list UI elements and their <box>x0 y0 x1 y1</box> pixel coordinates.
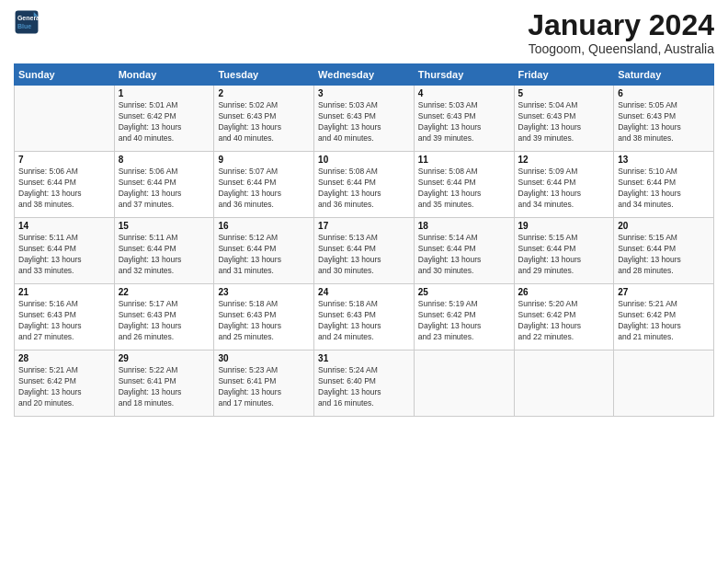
weekday-header-row: SundayMondayTuesdayWednesdayThursdayFrid… <box>15 64 714 86</box>
calendar-table: SundayMondayTuesdayWednesdayThursdayFrid… <box>14 63 714 417</box>
cell-content: Sunrise: 5:02 AM Sunset: 6:43 PM Dayligh… <box>218 100 310 144</box>
day-number: 22 <box>119 287 210 297</box>
cell-content: Sunrise: 5:17 AM Sunset: 6:43 PM Dayligh… <box>119 299 210 343</box>
page: General Blue January 2024 Toogoom, Queen… <box>0 0 728 563</box>
calendar-cell <box>15 86 115 152</box>
calendar-cell: 28Sunrise: 5:21 AM Sunset: 6:42 PM Dayli… <box>15 350 115 417</box>
cell-content: Sunrise: 5:06 AM Sunset: 6:44 PM Dayligh… <box>18 167 110 211</box>
cell-content: Sunrise: 5:24 AM Sunset: 6:40 PM Dayligh… <box>318 365 410 409</box>
calendar-cell: 23Sunrise: 5:18 AM Sunset: 6:43 PM Dayli… <box>214 284 314 350</box>
calendar-cell: 6Sunrise: 5:05 AM Sunset: 6:43 PM Daylig… <box>614 86 714 152</box>
calendar-cell: 26Sunrise: 5:20 AM Sunset: 6:42 PM Dayli… <box>514 284 614 350</box>
calendar-cell: 21Sunrise: 5:16 AM Sunset: 6:43 PM Dayli… <box>15 284 115 350</box>
day-number: 8 <box>119 155 210 165</box>
cell-content: Sunrise: 5:08 AM Sunset: 6:44 PM Dayligh… <box>318 167 410 211</box>
cell-content: Sunrise: 5:18 AM Sunset: 6:43 PM Dayligh… <box>218 299 310 343</box>
calendar-cell: 20Sunrise: 5:15 AM Sunset: 6:44 PM Dayli… <box>614 218 714 284</box>
day-number: 30 <box>218 353 310 363</box>
day-number: 9 <box>218 155 310 165</box>
cell-content: Sunrise: 5:08 AM Sunset: 6:44 PM Dayligh… <box>418 167 510 211</box>
cell-content: Sunrise: 5:09 AM Sunset: 6:44 PM Dayligh… <box>518 167 610 211</box>
day-number: 11 <box>418 155 510 165</box>
calendar-cell: 5Sunrise: 5:04 AM Sunset: 6:43 PM Daylig… <box>514 86 614 152</box>
day-number: 10 <box>318 155 410 165</box>
cell-content: Sunrise: 5:11 AM Sunset: 6:44 PM Dayligh… <box>18 233 110 277</box>
cell-content: Sunrise: 5:16 AM Sunset: 6:43 PM Dayligh… <box>18 299 110 343</box>
weekday-header-thursday: Thursday <box>414 64 514 86</box>
calendar-cell: 9Sunrise: 5:07 AM Sunset: 6:44 PM Daylig… <box>214 152 314 218</box>
calendar-cell: 17Sunrise: 5:13 AM Sunset: 6:44 PM Dayli… <box>314 218 415 284</box>
calendar-cell: 19Sunrise: 5:15 AM Sunset: 6:44 PM Dayli… <box>514 218 614 284</box>
calendar-cell <box>614 350 714 417</box>
cell-content: Sunrise: 5:11 AM Sunset: 6:44 PM Dayligh… <box>119 233 210 277</box>
title-block: January 2024 Toogoom, Queensland, Austra… <box>528 9 714 56</box>
calendar-cell: 11Sunrise: 5:08 AM Sunset: 6:44 PM Dayli… <box>414 152 514 218</box>
day-number: 19 <box>518 221 610 231</box>
day-number: 28 <box>18 353 110 363</box>
calendar-cell: 14Sunrise: 5:11 AM Sunset: 6:44 PM Dayli… <box>15 218 115 284</box>
day-number: 24 <box>318 287 410 297</box>
weekday-header-sunday: Sunday <box>15 64 115 86</box>
day-number: 25 <box>418 287 510 297</box>
cell-content: Sunrise: 5:15 AM Sunset: 6:44 PM Dayligh… <box>618 233 710 277</box>
calendar-cell: 25Sunrise: 5:19 AM Sunset: 6:42 PM Dayli… <box>414 284 514 350</box>
day-number: 29 <box>119 353 210 363</box>
location: Toogoom, Queensland, Australia <box>528 41 714 56</box>
cell-content: Sunrise: 5:03 AM Sunset: 6:43 PM Dayligh… <box>318 100 410 144</box>
calendar-cell: 15Sunrise: 5:11 AM Sunset: 6:44 PM Dayli… <box>114 218 214 284</box>
month-title: January 2024 <box>528 9 714 41</box>
day-number: 23 <box>218 287 310 297</box>
day-number: 26 <box>518 287 610 297</box>
calendar-cell: 3Sunrise: 5:03 AM Sunset: 6:43 PM Daylig… <box>314 86 415 152</box>
day-number: 18 <box>418 221 510 231</box>
calendar-cell: 16Sunrise: 5:12 AM Sunset: 6:44 PM Dayli… <box>214 218 314 284</box>
weekday-header-wednesday: Wednesday <box>314 64 415 86</box>
day-number: 12 <box>518 155 610 165</box>
logo: General Blue <box>14 9 40 35</box>
calendar-cell <box>514 350 614 417</box>
weekday-header-saturday: Saturday <box>614 64 714 86</box>
cell-content: Sunrise: 5:15 AM Sunset: 6:44 PM Dayligh… <box>518 233 610 277</box>
calendar-cell: 1Sunrise: 5:01 AM Sunset: 6:42 PM Daylig… <box>114 86 214 152</box>
day-number: 2 <box>218 88 310 98</box>
calendar-cell: 30Sunrise: 5:23 AM Sunset: 6:41 PM Dayli… <box>214 350 314 417</box>
day-number: 15 <box>119 221 210 231</box>
day-number: 3 <box>318 88 410 98</box>
calendar-cell <box>414 350 514 417</box>
cell-content: Sunrise: 5:20 AM Sunset: 6:42 PM Dayligh… <box>518 299 610 343</box>
cell-content: Sunrise: 5:04 AM Sunset: 6:43 PM Dayligh… <box>518 100 610 144</box>
cell-content: Sunrise: 5:22 AM Sunset: 6:41 PM Dayligh… <box>119 365 210 409</box>
calendar-cell: 12Sunrise: 5:09 AM Sunset: 6:44 PM Dayli… <box>514 152 614 218</box>
day-number: 5 <box>518 88 610 98</box>
weekday-header-tuesday: Tuesday <box>214 64 314 86</box>
svg-text:Blue: Blue <box>17 23 31 29</box>
day-number: 4 <box>418 88 510 98</box>
cell-content: Sunrise: 5:21 AM Sunset: 6:42 PM Dayligh… <box>18 365 110 409</box>
day-number: 27 <box>618 287 710 297</box>
calendar-cell: 7Sunrise: 5:06 AM Sunset: 6:44 PM Daylig… <box>15 152 115 218</box>
calendar-week-5: 28Sunrise: 5:21 AM Sunset: 6:42 PM Dayli… <box>15 350 714 417</box>
cell-content: Sunrise: 5:19 AM Sunset: 6:42 PM Dayligh… <box>418 299 510 343</box>
weekday-header-friday: Friday <box>514 64 614 86</box>
day-number: 14 <box>18 221 110 231</box>
calendar-cell: 27Sunrise: 5:21 AM Sunset: 6:42 PM Dayli… <box>614 284 714 350</box>
calendar-cell: 22Sunrise: 5:17 AM Sunset: 6:43 PM Dayli… <box>114 284 214 350</box>
day-number: 31 <box>318 353 410 363</box>
header: General Blue January 2024 Toogoom, Queen… <box>14 9 714 56</box>
day-number: 21 <box>18 287 110 297</box>
logo-icon: General Blue <box>14 9 40 35</box>
calendar-cell: 8Sunrise: 5:06 AM Sunset: 6:44 PM Daylig… <box>114 152 214 218</box>
cell-content: Sunrise: 5:10 AM Sunset: 6:44 PM Dayligh… <box>618 167 710 211</box>
cell-content: Sunrise: 5:03 AM Sunset: 6:43 PM Dayligh… <box>418 100 510 144</box>
cell-content: Sunrise: 5:07 AM Sunset: 6:44 PM Dayligh… <box>218 167 310 211</box>
calendar-cell: 10Sunrise: 5:08 AM Sunset: 6:44 PM Dayli… <box>314 152 415 218</box>
cell-content: Sunrise: 5:01 AM Sunset: 6:42 PM Dayligh… <box>119 100 210 144</box>
calendar-cell: 13Sunrise: 5:10 AM Sunset: 6:44 PM Dayli… <box>614 152 714 218</box>
calendar-cell: 18Sunrise: 5:14 AM Sunset: 6:44 PM Dayli… <box>414 218 514 284</box>
cell-content: Sunrise: 5:23 AM Sunset: 6:41 PM Dayligh… <box>218 365 310 409</box>
calendar-cell: 29Sunrise: 5:22 AM Sunset: 6:41 PM Dayli… <box>114 350 214 417</box>
day-number: 6 <box>618 88 710 98</box>
day-number: 16 <box>218 221 310 231</box>
calendar-cell: 2Sunrise: 5:02 AM Sunset: 6:43 PM Daylig… <box>214 86 314 152</box>
calendar-cell: 4Sunrise: 5:03 AM Sunset: 6:43 PM Daylig… <box>414 86 514 152</box>
